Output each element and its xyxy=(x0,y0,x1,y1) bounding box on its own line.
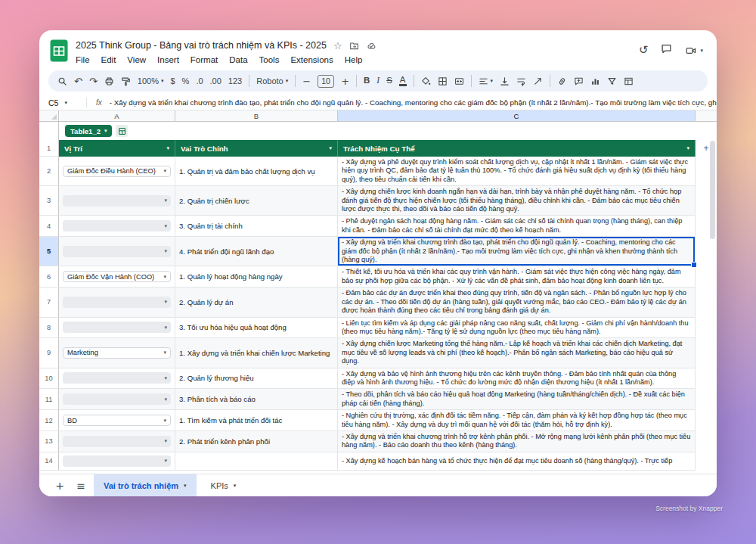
role-cell[interactable]: 1. Quản trị và đảm bảo chất lượng dịch v… xyxy=(175,157,338,186)
position-dropdown[interactable]: BD ▾ xyxy=(63,415,171,426)
print-icon[interactable] xyxy=(104,76,114,86)
position-dropdown[interactable]: ▾ xyxy=(63,246,171,257)
strikethrough-icon[interactable]: S xyxy=(386,76,392,85)
text-color-icon[interactable]: A xyxy=(399,76,407,87)
empty-area[interactable] xyxy=(696,266,717,288)
row-number[interactable]: 14 xyxy=(39,452,59,471)
responsibility-cell[interactable]: - Thiết kế, tối ưu hóa và triển khai các… xyxy=(338,266,696,288)
empty-area[interactable] xyxy=(696,338,717,368)
position-dropdown[interactable]: ▾ xyxy=(63,436,171,447)
borders-icon[interactable] xyxy=(438,76,448,86)
position-cell[interactable]: ▾ xyxy=(59,368,175,390)
responsibility-cell[interactable]: - Xây dựng và triển khai chương trình đà… xyxy=(338,237,696,266)
responsibility-cell[interactable]: - Liên tục tìm kiếm và áp dụng các giải … xyxy=(338,318,696,339)
responsibility-cell[interactable]: - Theo dõi, phân tích và báo cáo hiệu qu… xyxy=(338,389,696,410)
role-cell[interactable]: 1. Tìm kiếm và phát triển đối tác xyxy=(175,410,338,431)
position-cell[interactable]: ▾ xyxy=(59,389,175,410)
position-cell[interactable]: ▾ xyxy=(59,452,175,471)
row-number[interactable]: 4 xyxy=(39,216,59,237)
responsibility-cell[interactable]: - Đảm bảo các dự án được triển khai theo… xyxy=(338,288,696,317)
role-cell[interactable]: 1. Xây dựng và triển khai chiến lược Mar… xyxy=(175,338,338,368)
position-dropdown[interactable]: Giám Đốc Vận Hành (COO) ▾ xyxy=(63,271,171,282)
menu-tools[interactable]: Tools xyxy=(259,55,280,64)
header-cell-position[interactable]: Vị Trí ▾ xyxy=(59,140,175,157)
row-number[interactable]: 13 xyxy=(39,431,59,452)
row-number[interactable]: 7 xyxy=(39,288,59,317)
insert-chart-icon[interactable] xyxy=(590,76,600,86)
fill-color-icon[interactable] xyxy=(421,76,431,86)
insert-link-icon[interactable] xyxy=(557,76,567,86)
position-dropdown[interactable]: ▾ xyxy=(63,455,171,467)
row-number[interactable]: 12 xyxy=(39,410,59,431)
row-number[interactable]: 10 xyxy=(39,368,59,390)
formula-input[interactable]: - Xây dựng và triển khai chương trình đà… xyxy=(110,98,717,107)
undo-icon[interactable]: ↶ xyxy=(74,76,82,86)
position-cell[interactable]: Giám Đốc Điều Hành (CEO) ▾ xyxy=(59,157,175,186)
row-number[interactable]: 6 xyxy=(39,266,59,288)
empty-area[interactable] xyxy=(696,368,717,390)
position-cell[interactable]: ▾ xyxy=(59,237,175,266)
search-icon[interactable] xyxy=(57,76,67,86)
role-cell[interactable]: 2. Quản lý thương hiệu xyxy=(175,368,338,390)
role-cell[interactable]: 3. Tối ưu hóa hiệu quả hoạt động xyxy=(175,318,338,339)
position-dropdown[interactable]: ▾ xyxy=(63,297,171,308)
responsibility-cell[interactable]: - Xây dựng chiến lược Marketing tổng thể… xyxy=(338,338,696,368)
empty-area[interactable] xyxy=(696,431,717,452)
filter-icon[interactable] xyxy=(607,76,617,86)
row-number[interactable]: 3 xyxy=(39,186,59,216)
document-title[interactable]: 2025 Think Group - Bảng vai trò trách nh… xyxy=(76,40,327,51)
text-wrap-icon[interactable] xyxy=(516,76,526,86)
header-cell-responsibility[interactable]: Trách Nhiệm Cụ Thể ▾ xyxy=(338,140,696,157)
header-cell-role[interactable]: Vai Trò Chính ▾ xyxy=(175,140,338,157)
position-dropdown[interactable]: ▾ xyxy=(63,322,171,333)
position-cell[interactable]: ▾ xyxy=(59,288,175,317)
menu-file[interactable]: File xyxy=(76,55,90,64)
horizontal-align-icon[interactable]: ▾ xyxy=(479,76,494,86)
all-sheets-icon[interactable]: ≡ xyxy=(73,477,89,494)
responsibility-cell[interactable]: - Phê duyệt ngân sách hoạt động hàng năm… xyxy=(338,216,696,237)
role-cell[interactable]: 2. Phát triển kênh phân phối xyxy=(175,431,338,452)
responsibility-cell[interactable]: - Nghiên cứu thị trường, xác định đối tá… xyxy=(338,410,696,431)
position-cell[interactable]: Marketing ▾ xyxy=(59,338,175,368)
menu-extensions[interactable]: Extensions xyxy=(290,55,333,64)
number-format-icon[interactable]: 123 xyxy=(228,77,242,85)
column-header-c[interactable]: C xyxy=(338,110,696,121)
version-history-icon[interactable]: ↺ xyxy=(639,45,649,56)
responsibility-cell[interactable]: - Xây dựng và triển khai chương trình hỗ… xyxy=(338,431,696,452)
position-dropdown[interactable]: Giám Đốc Điều Hành (CEO) ▾ xyxy=(63,166,171,177)
currency-format-icon[interactable]: $ xyxy=(170,77,175,85)
column-header-b[interactable]: B xyxy=(175,110,338,121)
empty-area[interactable] xyxy=(696,452,717,471)
name-box[interactable]: C5 ▾ xyxy=(48,98,86,107)
position-dropdown[interactable]: ▾ xyxy=(63,220,171,232)
menu-view[interactable]: View xyxy=(127,55,146,64)
position-dropdown[interactable]: ▾ xyxy=(63,195,171,207)
insert-comment-icon[interactable] xyxy=(574,76,584,86)
menu-edit[interactable]: Edit xyxy=(101,55,116,64)
sheet-tab-active[interactable]: Vai trò trách nhiệm ▾ xyxy=(94,474,197,496)
position-cell[interactable]: BD ▾ xyxy=(59,410,175,431)
role-cell[interactable] xyxy=(175,452,338,471)
row-number[interactable]: 8 xyxy=(39,318,59,339)
role-cell[interactable]: 1. Quản lý hoạt động hàng ngày xyxy=(175,266,338,288)
comments-icon[interactable] xyxy=(661,43,672,58)
redo-icon[interactable]: ↷ xyxy=(89,76,98,86)
video-call-button[interactable]: ▾ xyxy=(685,45,703,56)
menu-format[interactable]: Format xyxy=(191,55,218,64)
row-number[interactable]: 1 xyxy=(39,140,59,157)
select-all-corner[interactable] xyxy=(39,110,59,121)
row-number[interactable]: 11 xyxy=(39,389,59,410)
position-cell[interactable]: Giám Đốc Vận Hành (COO) ▾ xyxy=(59,266,175,288)
sheets-logo-icon[interactable] xyxy=(50,39,68,62)
text-rotation-icon[interactable] xyxy=(533,76,543,86)
vertical-align-icon[interactable] xyxy=(500,76,510,86)
menu-help[interactable]: Help xyxy=(345,55,363,64)
column-header-a[interactable]: A xyxy=(59,110,175,121)
table-views-icon[interactable] xyxy=(624,76,634,86)
increase-font-size-icon[interactable]: + xyxy=(341,76,349,86)
responsibility-cell[interactable]: - Xây dựng kế hoạch bán hàng và tổ chức … xyxy=(338,452,696,471)
role-cell[interactable]: 2. Quản trị chiến lược xyxy=(175,186,338,216)
menu-data[interactable]: Data xyxy=(229,55,247,64)
row-number[interactable]: 9 xyxy=(39,338,59,368)
table-name-chip[interactable]: Table1_2 ▾ xyxy=(65,125,112,137)
